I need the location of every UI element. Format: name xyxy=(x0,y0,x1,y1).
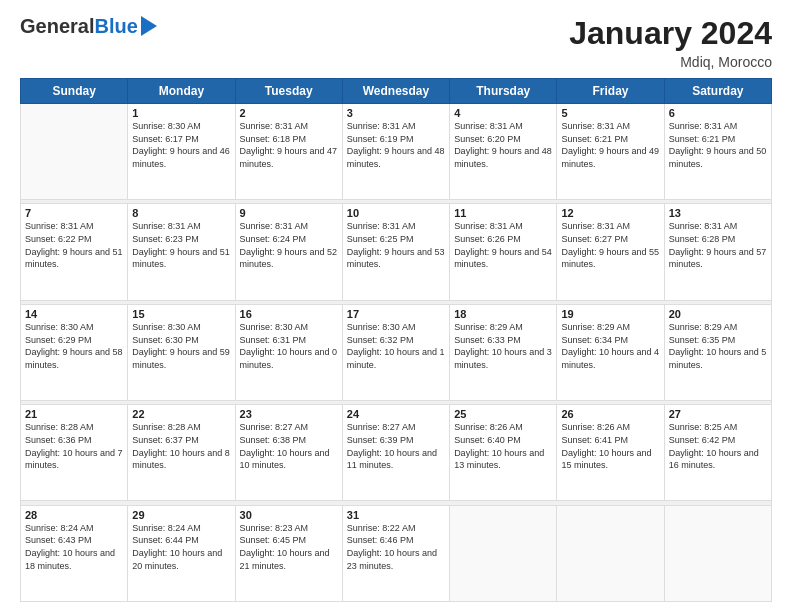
calendar-cell: 29Sunrise: 8:24 AMSunset: 6:44 PMDayligh… xyxy=(128,505,235,601)
calendar-cell: 2Sunrise: 8:31 AMSunset: 6:18 PMDaylight… xyxy=(235,104,342,200)
day-info: Sunrise: 8:26 AMSunset: 6:40 PMDaylight:… xyxy=(454,421,552,471)
day-info: Sunrise: 8:26 AMSunset: 6:41 PMDaylight:… xyxy=(561,421,659,471)
weekday-header-row: Sunday Monday Tuesday Wednesday Thursday… xyxy=(21,79,772,104)
day-info: Sunrise: 8:31 AMSunset: 6:24 PMDaylight:… xyxy=(240,220,338,270)
calendar-table: Sunday Monday Tuesday Wednesday Thursday… xyxy=(20,78,772,602)
day-info: Sunrise: 8:24 AMSunset: 6:44 PMDaylight:… xyxy=(132,522,230,572)
day-number: 25 xyxy=(454,408,552,420)
logo-general: General xyxy=(20,15,94,37)
day-info: Sunrise: 8:27 AMSunset: 6:38 PMDaylight:… xyxy=(240,421,338,471)
title-section: January 2024 Mdiq, Morocco xyxy=(569,15,772,70)
day-number: 4 xyxy=(454,107,552,119)
page: GeneralBlue January 2024 Mdiq, Morocco S… xyxy=(0,0,792,612)
calendar-cell: 23Sunrise: 8:27 AMSunset: 6:38 PMDayligh… xyxy=(235,405,342,501)
calendar-cell xyxy=(557,505,664,601)
month-title: January 2024 xyxy=(569,15,772,52)
day-info: Sunrise: 8:30 AMSunset: 6:30 PMDaylight:… xyxy=(132,321,230,371)
day-number: 21 xyxy=(25,408,123,420)
calendar-cell xyxy=(450,505,557,601)
calendar-week-row: 14Sunrise: 8:30 AMSunset: 6:29 PMDayligh… xyxy=(21,304,772,400)
calendar-cell: 26Sunrise: 8:26 AMSunset: 6:41 PMDayligh… xyxy=(557,405,664,501)
day-info: Sunrise: 8:31 AMSunset: 6:20 PMDaylight:… xyxy=(454,120,552,170)
calendar-cell: 6Sunrise: 8:31 AMSunset: 6:21 PMDaylight… xyxy=(664,104,771,200)
calendar-cell: 4Sunrise: 8:31 AMSunset: 6:20 PMDaylight… xyxy=(450,104,557,200)
calendar-cell: 14Sunrise: 8:30 AMSunset: 6:29 PMDayligh… xyxy=(21,304,128,400)
day-number: 15 xyxy=(132,308,230,320)
calendar-cell: 21Sunrise: 8:28 AMSunset: 6:36 PMDayligh… xyxy=(21,405,128,501)
calendar-week-row: 1Sunrise: 8:30 AMSunset: 6:17 PMDaylight… xyxy=(21,104,772,200)
calendar-cell: 20Sunrise: 8:29 AMSunset: 6:35 PMDayligh… xyxy=(664,304,771,400)
calendar-cell: 22Sunrise: 8:28 AMSunset: 6:37 PMDayligh… xyxy=(128,405,235,501)
svg-marker-0 xyxy=(141,16,157,36)
logo-blue: Blue xyxy=(94,15,137,37)
day-info: Sunrise: 8:29 AMSunset: 6:34 PMDaylight:… xyxy=(561,321,659,371)
calendar-cell: 15Sunrise: 8:30 AMSunset: 6:30 PMDayligh… xyxy=(128,304,235,400)
day-number: 2 xyxy=(240,107,338,119)
calendar-cell: 7Sunrise: 8:31 AMSunset: 6:22 PMDaylight… xyxy=(21,204,128,300)
day-number: 14 xyxy=(25,308,123,320)
day-info: Sunrise: 8:31 AMSunset: 6:28 PMDaylight:… xyxy=(669,220,767,270)
calendar-cell xyxy=(21,104,128,200)
location: Mdiq, Morocco xyxy=(569,54,772,70)
calendar-week-row: 7Sunrise: 8:31 AMSunset: 6:22 PMDaylight… xyxy=(21,204,772,300)
day-info: Sunrise: 8:24 AMSunset: 6:43 PMDaylight:… xyxy=(25,522,123,572)
calendar-cell: 30Sunrise: 8:23 AMSunset: 6:45 PMDayligh… xyxy=(235,505,342,601)
calendar-week-row: 21Sunrise: 8:28 AMSunset: 6:36 PMDayligh… xyxy=(21,405,772,501)
day-info: Sunrise: 8:31 AMSunset: 6:27 PMDaylight:… xyxy=(561,220,659,270)
day-number: 20 xyxy=(669,308,767,320)
day-info: Sunrise: 8:29 AMSunset: 6:35 PMDaylight:… xyxy=(669,321,767,371)
calendar-cell: 1Sunrise: 8:30 AMSunset: 6:17 PMDaylight… xyxy=(128,104,235,200)
calendar-cell: 17Sunrise: 8:30 AMSunset: 6:32 PMDayligh… xyxy=(342,304,449,400)
calendar-cell: 12Sunrise: 8:31 AMSunset: 6:27 PMDayligh… xyxy=(557,204,664,300)
day-number: 29 xyxy=(132,509,230,521)
calendar-week-row: 28Sunrise: 8:24 AMSunset: 6:43 PMDayligh… xyxy=(21,505,772,601)
calendar-cell: 8Sunrise: 8:31 AMSunset: 6:23 PMDaylight… xyxy=(128,204,235,300)
day-info: Sunrise: 8:30 AMSunset: 6:32 PMDaylight:… xyxy=(347,321,445,371)
day-number: 6 xyxy=(669,107,767,119)
day-info: Sunrise: 8:31 AMSunset: 6:22 PMDaylight:… xyxy=(25,220,123,270)
day-number: 7 xyxy=(25,207,123,219)
calendar-cell: 25Sunrise: 8:26 AMSunset: 6:40 PMDayligh… xyxy=(450,405,557,501)
day-info: Sunrise: 8:30 AMSunset: 6:29 PMDaylight:… xyxy=(25,321,123,371)
day-info: Sunrise: 8:31 AMSunset: 6:18 PMDaylight:… xyxy=(240,120,338,170)
day-number: 16 xyxy=(240,308,338,320)
day-number: 12 xyxy=(561,207,659,219)
calendar-cell: 13Sunrise: 8:31 AMSunset: 6:28 PMDayligh… xyxy=(664,204,771,300)
day-number: 3 xyxy=(347,107,445,119)
calendar-cell: 18Sunrise: 8:29 AMSunset: 6:33 PMDayligh… xyxy=(450,304,557,400)
calendar-cell: 31Sunrise: 8:22 AMSunset: 6:46 PMDayligh… xyxy=(342,505,449,601)
logo: GeneralBlue xyxy=(20,15,157,38)
calendar-cell: 24Sunrise: 8:27 AMSunset: 6:39 PMDayligh… xyxy=(342,405,449,501)
header-sunday: Sunday xyxy=(21,79,128,104)
day-number: 23 xyxy=(240,408,338,420)
calendar-cell: 10Sunrise: 8:31 AMSunset: 6:25 PMDayligh… xyxy=(342,204,449,300)
day-number: 1 xyxy=(132,107,230,119)
day-info: Sunrise: 8:31 AMSunset: 6:23 PMDaylight:… xyxy=(132,220,230,270)
day-info: Sunrise: 8:25 AMSunset: 6:42 PMDaylight:… xyxy=(669,421,767,471)
day-number: 22 xyxy=(132,408,230,420)
day-info: Sunrise: 8:28 AMSunset: 6:37 PMDaylight:… xyxy=(132,421,230,471)
day-info: Sunrise: 8:29 AMSunset: 6:33 PMDaylight:… xyxy=(454,321,552,371)
day-number: 27 xyxy=(669,408,767,420)
header-saturday: Saturday xyxy=(664,79,771,104)
day-number: 10 xyxy=(347,207,445,219)
header-tuesday: Tuesday xyxy=(235,79,342,104)
day-number: 9 xyxy=(240,207,338,219)
header-friday: Friday xyxy=(557,79,664,104)
calendar-cell: 9Sunrise: 8:31 AMSunset: 6:24 PMDaylight… xyxy=(235,204,342,300)
day-number: 11 xyxy=(454,207,552,219)
day-info: Sunrise: 8:30 AMSunset: 6:31 PMDaylight:… xyxy=(240,321,338,371)
day-info: Sunrise: 8:31 AMSunset: 6:19 PMDaylight:… xyxy=(347,120,445,170)
day-number: 31 xyxy=(347,509,445,521)
day-info: Sunrise: 8:27 AMSunset: 6:39 PMDaylight:… xyxy=(347,421,445,471)
day-number: 28 xyxy=(25,509,123,521)
calendar-cell: 19Sunrise: 8:29 AMSunset: 6:34 PMDayligh… xyxy=(557,304,664,400)
day-info: Sunrise: 8:31 AMSunset: 6:21 PMDaylight:… xyxy=(669,120,767,170)
calendar-cell: 28Sunrise: 8:24 AMSunset: 6:43 PMDayligh… xyxy=(21,505,128,601)
day-number: 19 xyxy=(561,308,659,320)
header-monday: Monday xyxy=(128,79,235,104)
calendar-cell: 16Sunrise: 8:30 AMSunset: 6:31 PMDayligh… xyxy=(235,304,342,400)
day-number: 26 xyxy=(561,408,659,420)
day-number: 17 xyxy=(347,308,445,320)
calendar-cell: 27Sunrise: 8:25 AMSunset: 6:42 PMDayligh… xyxy=(664,405,771,501)
